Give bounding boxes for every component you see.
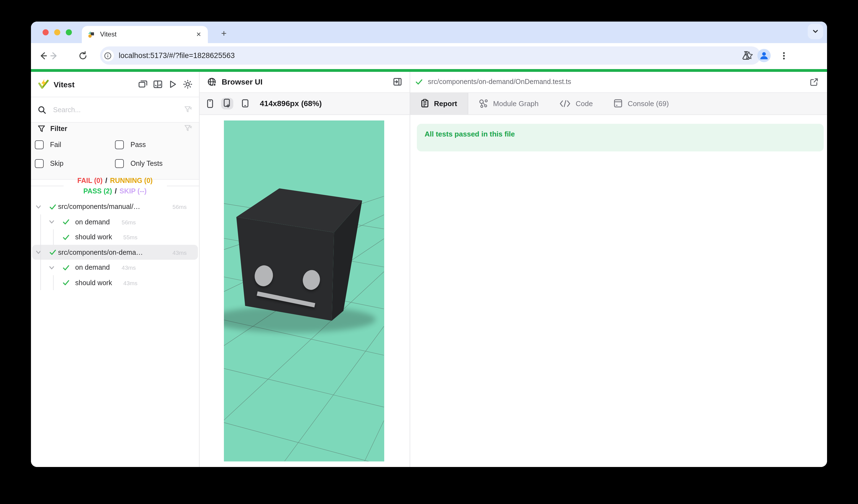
robot-cube bbox=[236, 188, 362, 321]
device-phone-plus-button[interactable] bbox=[221, 98, 233, 110]
chevron-down-icon bbox=[812, 28, 819, 35]
status-summary-line-2: PASS (2)/SKIP (--) bbox=[31, 188, 199, 195]
browser-tab[interactable]: Vitest ✕ bbox=[82, 26, 208, 43]
close-window-button[interactable] bbox=[43, 29, 49, 35]
sidebar-header: Vitest bbox=[31, 72, 199, 97]
tab-close-icon[interactable]: ✕ bbox=[196, 31, 201, 38]
tab-search-button[interactable] bbox=[808, 24, 823, 39]
browser-toolbar: localhost:5173/#/?file=1828625563 bbox=[31, 43, 827, 69]
pass-check-icon bbox=[62, 230, 70, 245]
tab-code[interactable]: Code bbox=[549, 93, 603, 114]
dashboard-windows-icon[interactable] bbox=[138, 80, 148, 89]
device-phone-small-button[interactable] bbox=[204, 98, 216, 110]
browser-panel-title: Browser UI bbox=[222, 78, 393, 86]
browser-menu-button[interactable] bbox=[777, 49, 791, 62]
file-path-header: src/components/on-demand/OnDemand.test.t… bbox=[410, 72, 827, 93]
address-bar[interactable]: localhost:5173/#/?file=1828625563 bbox=[100, 46, 761, 65]
divider bbox=[167, 186, 199, 186]
test-case-row[interactable]: should work43ms bbox=[31, 275, 199, 290]
tab-label: Code bbox=[576, 99, 593, 108]
test-label: on demand bbox=[75, 218, 118, 226]
pass-check-icon bbox=[49, 199, 57, 214]
tab-report[interactable]: Report bbox=[410, 93, 468, 114]
viewport-dimensions-label: 414x896px (68%) bbox=[260, 99, 322, 108]
test-suite-row[interactable]: on demand43ms bbox=[31, 260, 199, 275]
report-tabs: ReportModule GraphCodeConsole (69) bbox=[410, 93, 827, 115]
device-tablet-button[interactable] bbox=[239, 98, 251, 110]
test-duration: 43ms bbox=[123, 279, 137, 286]
browser-panel-header: Browser UI bbox=[200, 72, 410, 93]
tab-console-69-[interactable]: Console (69) bbox=[603, 93, 680, 114]
pass-check-icon bbox=[62, 275, 70, 290]
test-label: on demand bbox=[75, 264, 118, 271]
chevron-down-icon[interactable] bbox=[48, 214, 54, 230]
filter-title: Filter bbox=[50, 125, 67, 133]
report-icon bbox=[421, 99, 429, 108]
checkbox-label: Pass bbox=[130, 141, 146, 148]
test-file-row[interactable]: src/components/manual/…56ms bbox=[31, 199, 199, 214]
filter-option-fail[interactable]: Fail bbox=[34, 140, 61, 149]
cube-3d-scene bbox=[224, 120, 384, 461]
clear-filter-icon[interactable] bbox=[184, 124, 192, 133]
search-bar[interactable]: Search... bbox=[31, 97, 199, 123]
chevron-down-icon[interactable] bbox=[48, 260, 54, 275]
device-viewport[interactable] bbox=[224, 120, 384, 461]
pass-check-icon bbox=[415, 78, 423, 86]
theme-toggle-sun-icon[interactable] bbox=[183, 80, 192, 89]
tree-indent-guide bbox=[40, 214, 41, 290]
clear-filter-icon[interactable] bbox=[184, 105, 192, 114]
minimize-window-button[interactable] bbox=[54, 29, 60, 35]
search-input[interactable]: Search... bbox=[53, 106, 184, 114]
reload-button[interactable] bbox=[76, 49, 90, 62]
layout-panel-icon[interactable] bbox=[153, 80, 162, 89]
test-suite-row[interactable]: on demand56ms bbox=[31, 214, 199, 230]
checkbox[interactable] bbox=[34, 140, 43, 149]
checkbox[interactable] bbox=[115, 140, 124, 149]
run-all-tests-icon[interactable] bbox=[168, 80, 177, 89]
checkbox[interactable] bbox=[34, 159, 43, 168]
filter-option-pass[interactable]: Pass bbox=[115, 140, 146, 149]
funnel-icon bbox=[37, 125, 45, 133]
checkbox-label: Only Tests bbox=[130, 159, 162, 167]
test-explorer-sidebar: Vitest bbox=[31, 72, 200, 467]
test-label: src/components/on-dema… bbox=[58, 248, 169, 256]
status-segment: PASS (2) bbox=[83, 188, 112, 195]
filter-option-skip[interactable]: Skip bbox=[34, 159, 64, 168]
window-controls[interactable] bbox=[43, 29, 72, 35]
chevron-down-icon[interactable] bbox=[35, 199, 42, 214]
forward-button[interactable] bbox=[48, 49, 61, 62]
back-arrow-icon bbox=[38, 51, 48, 61]
site-info-icon[interactable] bbox=[102, 50, 114, 61]
status-segment: / bbox=[105, 177, 107, 184]
checkbox-label: Skip bbox=[50, 159, 64, 167]
filter-panel: Filter FailPassSkipOnly Tests bbox=[31, 123, 199, 179]
test-case-row[interactable]: should work55ms bbox=[31, 230, 199, 245]
test-progress-bar bbox=[31, 69, 827, 72]
test-duration: 56ms bbox=[122, 218, 136, 225]
tab-label: Module Graph bbox=[493, 99, 539, 108]
status-segment: SKIP (--) bbox=[120, 188, 146, 195]
module-graph-icon bbox=[479, 99, 488, 108]
checkbox-label: Fail bbox=[50, 141, 61, 148]
test-file-path: src/components/on-demand/OnDemand.test.t… bbox=[428, 78, 810, 86]
tab-module-graph[interactable]: Module Graph bbox=[468, 93, 549, 114]
new-tab-button[interactable]: + bbox=[217, 27, 231, 41]
open-external-icon[interactable] bbox=[810, 78, 818, 86]
dock-panel-right-icon[interactable] bbox=[393, 78, 402, 86]
filter-option-only-tests[interactable]: Only Tests bbox=[115, 159, 162, 168]
test-file-row[interactable]: src/components/on-dema…43ms bbox=[31, 245, 199, 260]
search-icon bbox=[37, 105, 46, 114]
url-text[interactable]: localhost:5173/#/?file=1828625563 bbox=[119, 51, 744, 60]
device-toolbar: 414x896px (68%) bbox=[200, 93, 410, 115]
tab-title: Vitest bbox=[100, 30, 196, 38]
checkbox[interactable] bbox=[115, 159, 124, 168]
maximize-window-button[interactable] bbox=[66, 29, 72, 35]
test-label: src/components/manual/… bbox=[58, 203, 169, 211]
profile-avatar[interactable] bbox=[757, 49, 770, 62]
browser-window: Vitest ✕ + localhost:5173/# bbox=[31, 21, 827, 467]
console-icon bbox=[614, 99, 623, 108]
experiments-flask-button[interactable] bbox=[739, 49, 752, 62]
test-duration: 55ms bbox=[123, 234, 137, 240]
status-segment: / bbox=[115, 188, 117, 195]
browser-preview-panel: Browser UI 414x896px (68%) bbox=[200, 72, 410, 467]
